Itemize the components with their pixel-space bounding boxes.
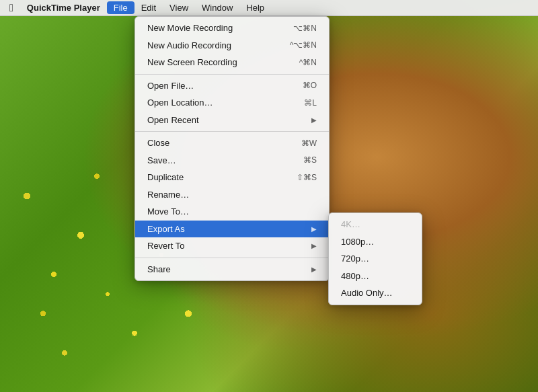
menubar:  QuickTime Player File Edit View Window… — [0, 0, 538, 16]
separator-2 — [135, 131, 329, 132]
apple-menu[interactable]:  — [3, 1, 20, 15]
shortcut-new-movie: ⌥⌘N — [293, 22, 317, 34]
export-4k[interactable]: 4K… — [329, 216, 422, 233]
new-screen-recording[interactable]: New Screen Recording ^⌘N — [135, 54, 329, 71]
export-1080p[interactable]: 1080p… — [329, 233, 422, 251]
duplicate[interactable]: Duplicate ⇧⌘S — [135, 169, 329, 186]
open-file[interactable]: Open File… ⌘O — [135, 77, 329, 95]
view-menu[interactable]: View — [163, 1, 195, 14]
window-menu[interactable]: Window — [195, 1, 239, 14]
save[interactable]: Save… ⌘S — [135, 152, 329, 169]
revert-to[interactable]: Revert To ▶ — [135, 237, 329, 255]
export-480p[interactable]: 480p… — [329, 268, 422, 285]
file-menu[interactable]: File — [107, 1, 134, 14]
open-recent[interactable]: Open Recent ▶ — [135, 112, 329, 129]
export-audio-only[interactable]: Audio Only… — [329, 284, 422, 302]
help-menu[interactable]: Help — [239, 1, 271, 14]
new-movie-recording[interactable]: New Movie Recording ⌥⌘N — [135, 19, 329, 37]
share[interactable]: Share ▶ — [135, 261, 329, 278]
export-720p[interactable]: 720p… — [329, 250, 422, 268]
open-location[interactable]: Open Location… ⌘L — [135, 94, 329, 112]
open-recent-arrow: ▶ — [311, 115, 317, 125]
shortcut-new-audio: ^⌥⌘N — [290, 39, 317, 51]
new-audio-recording[interactable]: New Audio Recording ^⌥⌘N — [135, 37, 329, 54]
file-dropdown: New Movie Recording ⌥⌘N New Audio Record… — [134, 16, 330, 281]
export-as[interactable]: Export As ▶ — [135, 221, 329, 238]
revert-to-arrow: ▶ — [311, 241, 317, 251]
share-arrow: ▶ — [311, 264, 317, 274]
move-to[interactable]: Move To… — [135, 203, 329, 221]
close[interactable]: Close ⌘W — [135, 134, 329, 152]
separator-3 — [135, 258, 329, 258]
export-submenu: 4K… 1080p… 720p… 480p… Audio Only… — [328, 212, 422, 305]
shortcut-new-screen: ^⌘N — [299, 56, 317, 69]
export-as-arrow: ▶ — [311, 224, 317, 234]
separator-1 — [135, 74, 329, 75]
rename[interactable]: Rename… — [135, 186, 329, 204]
app-menu[interactable]: QuickTime Player — [20, 1, 107, 14]
edit-menu[interactable]: Edit — [134, 1, 163, 14]
